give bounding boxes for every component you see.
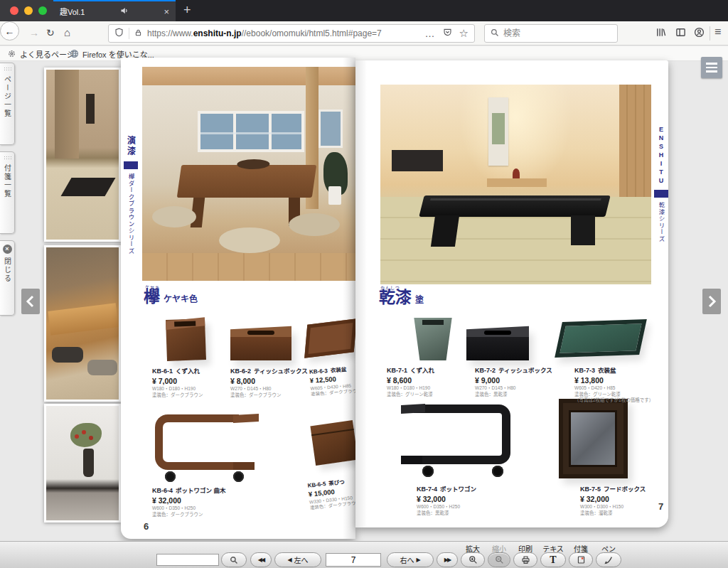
product-info-kb-7-4: KB-7-4ポットワゴン ¥ 32,000 W600・D350・H250 塗装色… <box>417 486 495 516</box>
photo-cabinet-shape <box>392 150 443 171</box>
tab-close-icon[interactable]: × <box>164 7 169 16</box>
page-next-arrow-button[interactable] <box>702 289 721 314</box>
grip-dots-icon <box>4 156 11 161</box>
product-info-kb-7-3: KB-7-3衣装盆 ¥ 13,800 W605・D420・H85 塗装色：グリー… <box>574 367 653 404</box>
viewer-menu-button[interactable] <box>701 57 722 78</box>
product-photo-kb-7-4 <box>401 399 523 481</box>
product-info-kb-7-5: KB-7-5フードボックス ¥ 32,000 W300・D300・H150 塗装… <box>580 486 658 516</box>
page-number-input[interactable] <box>326 553 381 567</box>
search-icon <box>491 27 499 40</box>
sidebar-tab-close[interactable]: × 閉じる <box>0 240 15 316</box>
spine-accent-bar <box>124 161 138 169</box>
book-page-left[interactable]: 演漆 欅ダークブラウンシリーズ 欅ケヤキケヤキ色 KB-6-1くず入れ ¥ 7,… <box>121 58 355 539</box>
pen-tool-button[interactable] <box>596 552 621 567</box>
thumb-vase-shape <box>83 449 94 477</box>
tab-audio-icon[interactable] <box>120 6 129 16</box>
thumb-mat-shape <box>60 178 115 196</box>
spine-brand-text: ENSHITU <box>658 126 665 186</box>
sidebar-tab-label: 閉じる <box>2 257 13 283</box>
close-circle-icon: × <box>3 245 12 254</box>
library-icon[interactable] <box>655 27 666 41</box>
text-tool-button[interactable]: T <box>540 552 566 567</box>
sidebar-tab-label: ページ一覧 <box>2 75 13 118</box>
zoom-in-icon <box>469 555 478 564</box>
sticky-note-button[interactable] <box>569 552 593 567</box>
browser-tab[interactable]: 趣Vol.1 × <box>53 0 176 21</box>
url-bar[interactable]: https://www.enshitu-n.jp//ebook/omomuki/… <box>108 24 475 43</box>
pocket-icon[interactable] <box>443 27 452 40</box>
reload-button[interactable]: ↻ <box>46 28 55 38</box>
photo-window-shape <box>318 109 343 148</box>
forward-button[interactable]: → <box>29 28 39 38</box>
sidebar-toggle-icon[interactable] <box>675 27 686 41</box>
product-info-kb-7-2: KB-7-2ティッシュボックス ¥ 9,000 W270・D145・H80 塗装… <box>475 367 553 397</box>
bookmark-star-icon[interactable]: ☆ <box>459 27 469 40</box>
thumb-table-shape <box>48 303 118 335</box>
thumb-door-shape <box>55 70 79 159</box>
thumb-vase-shape <box>86 94 95 124</box>
print-button[interactable] <box>513 552 537 567</box>
page-thumbnail-2[interactable] <box>44 245 121 402</box>
search-bar[interactable] <box>484 24 618 43</box>
page-number-right: 7 <box>658 501 663 512</box>
navigation-toolbar: ← → ↻ ⌂ https://www.enshitu-n.jp//ebook/… <box>0 21 728 45</box>
spine-brand-text: 演漆 <box>125 136 137 157</box>
tracking-shield-icon[interactable] <box>114 27 124 40</box>
product-photo-kb-7-2 <box>466 328 529 360</box>
page-prev-arrow-button[interactable] <box>21 289 40 314</box>
photo-black-table-top <box>419 195 610 217</box>
zoom-out-button[interactable] <box>488 552 510 567</box>
find-button[interactable] <box>221 552 247 567</box>
traffic-zoom-icon[interactable] <box>38 6 47 15</box>
find-in-book-input[interactable] <box>156 554 219 566</box>
hamburger-menu-icon[interactable]: ≡ <box>714 26 721 38</box>
lock-icon[interactable] <box>134 27 142 40</box>
book-page-right[interactable]: ENSHITU 乾漆シリーズ 乾漆かんしつ塗 KB-7-1くず入れ ¥ 8,60… <box>355 60 668 527</box>
back-button[interactable]: ← <box>0 21 19 41</box>
photo-shoji-shape <box>619 85 651 213</box>
sidebar-tab-note-list[interactable]: 付箋一覧 <box>0 151 15 234</box>
product-photo-kb-7-1 <box>412 318 454 360</box>
right-page-spine: ENSHITU 乾漆シリーズ <box>654 126 668 242</box>
product-photo-kb-6-5 <box>310 420 358 466</box>
product-photo-kb-6-1 <box>166 318 206 361</box>
first-page-button[interactable]: ◀◀ <box>250 552 272 567</box>
thumb-berries-shape <box>75 434 79 439</box>
right-triangle-icon: ▶ <box>416 557 420 563</box>
photo-scroll-shape <box>488 97 508 166</box>
product-photo-kb-6-3 <box>304 318 357 358</box>
account-icon[interactable] <box>694 27 705 41</box>
home-button[interactable]: ⌂ <box>64 27 70 38</box>
sticky-note-icon <box>577 555 586 564</box>
page-thumbnail-3[interactable] <box>44 404 121 523</box>
url-text[interactable]: https://www.enshitu-n.jp//ebook/omomuki/… <box>147 28 382 38</box>
next-page-button[interactable]: 右へ ▶ <box>387 552 434 567</box>
photo-side-table-shape <box>487 178 547 187</box>
sidebar-tab-label: 付箋一覧 <box>2 164 13 198</box>
prev-page-button[interactable]: ◀ 左へ <box>274 552 321 567</box>
thumbnail-photo <box>46 247 119 400</box>
photo-table-shape <box>177 165 316 198</box>
search-input[interactable] <box>503 28 596 38</box>
spine-series-text: 乾漆シリーズ <box>657 202 665 242</box>
tab-strip <box>176 0 728 21</box>
last-page-button[interactable]: ▶▶ <box>437 552 458 567</box>
toolbar-divider <box>710 26 710 41</box>
sidebar-tab-page-list[interactable]: ページ一覧 <box>0 63 15 145</box>
photo-window-shape <box>198 111 304 152</box>
traffic-close-icon[interactable] <box>10 6 18 15</box>
page-actions-icon[interactable]: … <box>425 28 436 39</box>
bookmark-frequent[interactable]: よく見るページ <box>7 48 75 60</box>
product-info-kb-6-2: KB-6-2ティッシュボックス ¥ 8,000 W270・D145・H80 塗装… <box>230 368 309 398</box>
page-thumbnail-1[interactable] <box>44 68 121 242</box>
photo-black-table-leg <box>571 215 595 245</box>
new-tab-button[interactable]: + <box>183 2 191 18</box>
spine-series-text: 欅ダークブラウンシリーズ <box>127 173 135 254</box>
left-triangle-icon: ◀ <box>287 557 291 563</box>
zoom-in-button[interactable] <box>461 552 485 567</box>
search-icon <box>230 556 238 564</box>
left-page-spine: 演漆 欅ダークブラウンシリーズ <box>124 136 138 254</box>
titlebar: 趣Vol.1 × + <box>0 0 728 21</box>
photo-floor-shape <box>142 253 355 281</box>
traffic-minimize-icon[interactable] <box>24 6 33 15</box>
